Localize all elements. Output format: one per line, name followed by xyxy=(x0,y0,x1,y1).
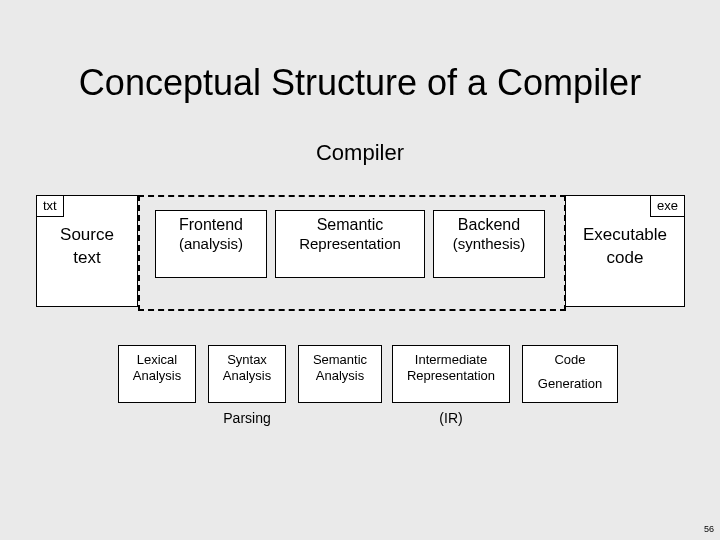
stage-backend-sub: (synthesis) xyxy=(434,235,544,254)
slide: Conceptual Structure of a Compiler Compi… xyxy=(0,0,720,540)
detail-codegen: Code Generation xyxy=(522,345,618,403)
detail-codegen-l1: Code xyxy=(523,352,617,368)
detail-lexical: Lexical Analysis xyxy=(118,345,196,403)
stage-semantic-sub: Representation xyxy=(276,235,424,254)
slide-title: Conceptual Structure of a Compiler xyxy=(0,62,720,104)
exec-line1: Executable xyxy=(583,225,667,244)
stage-frontend-sub: (analysis) xyxy=(156,235,266,254)
detail-semanal-l2: Analysis xyxy=(299,368,381,384)
parsing-label: Parsing xyxy=(208,410,286,426)
exec-line2: code xyxy=(607,248,644,267)
detail-semanal-l1: Semantic xyxy=(299,352,381,368)
stage-frontend: Frontend (analysis) xyxy=(155,210,267,278)
detail-syntax-l1: Syntax xyxy=(209,352,285,368)
exec-tag: exe xyxy=(650,195,685,217)
stage-backend: Backend (synthesis) xyxy=(433,210,545,278)
detail-ir-l1: Intermediate xyxy=(393,352,509,368)
detail-lexical-l2: Analysis xyxy=(119,368,195,384)
detail-syntax: Syntax Analysis xyxy=(208,345,286,403)
detail-ir: Intermediate Representation xyxy=(392,345,510,403)
detail-lexical-l1: Lexical xyxy=(119,352,195,368)
compiler-label: Compiler xyxy=(0,140,720,166)
stage-backend-title: Backend xyxy=(434,215,544,235)
stage-frontend-title: Frontend xyxy=(156,215,266,235)
stage-semantic: Semantic Representation xyxy=(275,210,425,278)
stage-semantic-title: Semantic xyxy=(276,215,424,235)
detail-codegen-l2: Generation xyxy=(523,376,617,392)
detail-ir-l2: Representation xyxy=(393,368,509,384)
exec-box: exe Executable code xyxy=(565,195,685,307)
detail-semantic-analysis: Semantic Analysis xyxy=(298,345,382,403)
ir-label: (IR) xyxy=(392,410,510,426)
detail-syntax-l2: Analysis xyxy=(209,368,285,384)
source-line2: text xyxy=(73,248,100,267)
source-box: txt Source text xyxy=(36,195,138,307)
source-tag: txt xyxy=(36,195,64,217)
source-line1: Source xyxy=(60,225,114,244)
page-number: 56 xyxy=(704,524,714,534)
